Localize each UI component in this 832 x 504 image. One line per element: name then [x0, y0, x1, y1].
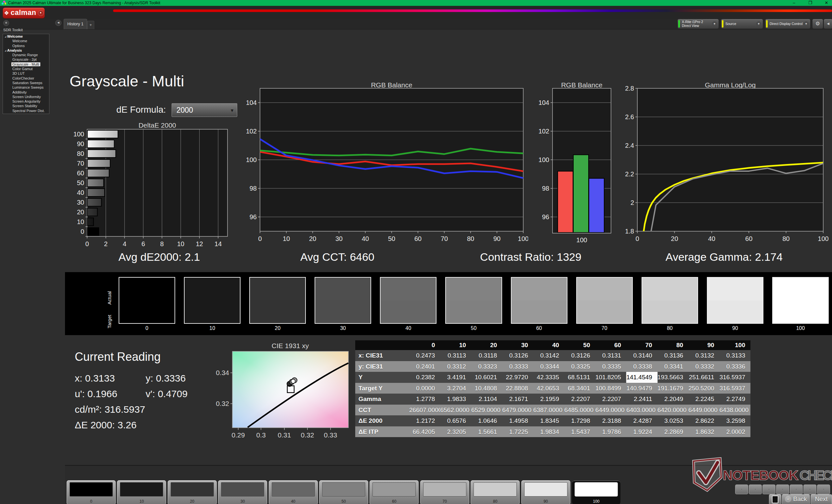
sidebar-item-screen-angularity[interactable]: Screen Angularity: [3, 99, 49, 104]
table-cell[interactable]: 0.3341: [657, 361, 688, 372]
table-cell[interactable]: 0.3332: [688, 361, 719, 372]
table-cell[interactable]: 0.3132: [688, 350, 719, 361]
table-cell[interactable]: 0.3336: [720, 361, 750, 372]
pattern-swatch-button-100[interactable]: 100: [572, 480, 621, 504]
sidebar-item-welcome[interactable]: Welcome: [3, 39, 49, 43]
table-cell[interactable]: 140.9479: [626, 383, 657, 394]
sidebar-item-3d-lut[interactable]: 3D LUT: [3, 71, 49, 76]
table-cell[interactable]: 2.2207: [595, 394, 626, 404]
table-cell[interactable]: 6449.0000: [688, 404, 719, 416]
panel-collapse-button[interactable]: ◀: [824, 19, 832, 29]
back-button[interactable]: « Back: [782, 494, 810, 504]
table-cell[interactable]: 6529.0000: [471, 404, 502, 416]
minimize-button[interactable]: –: [789, 0, 799, 6]
table-cell[interactable]: 1.5437: [564, 426, 595, 438]
display-control-button[interactable]: Direct Display Control ▼: [765, 19, 810, 29]
table-cell[interactable]: 6479.0000: [502, 404, 533, 416]
table-cell[interactable]: 0.3338: [626, 361, 657, 372]
table-cell[interactable]: 1.2172: [409, 415, 440, 426]
table-cell[interactable]: 1.8632: [688, 426, 719, 438]
sidebar-item-grayscale-multi[interactable]: Grayscale - Multi: [3, 62, 49, 66]
table-cell[interactable]: 0.3312: [440, 361, 471, 372]
table-cell[interactable]: 3.2704: [440, 383, 471, 394]
table-cell[interactable]: 1.2778: [409, 394, 440, 404]
pattern-swatch-button-50[interactable]: 50: [319, 480, 368, 504]
settings-gear-button[interactable]: ⚙: [812, 19, 823, 29]
table-cell[interactable]: 0.3344: [533, 361, 564, 372]
table-cell[interactable]: 141.4549: [626, 372, 657, 383]
table-cell[interactable]: 10.4808: [471, 383, 502, 394]
table-cell[interactable]: 0.3126: [564, 350, 595, 361]
close-button[interactable]: ✕: [822, 0, 831, 6]
sidebar-item-saturation-sweeps[interactable]: Saturation Sweeps: [3, 81, 49, 85]
table-cell[interactable]: 193.5663: [657, 372, 688, 383]
table-cell[interactable]: 0.3333: [502, 361, 533, 372]
table-cell[interactable]: 2.0002: [720, 426, 750, 438]
table-cell[interactable]: 1.9834: [533, 426, 564, 438]
table-cell[interactable]: 6387.0000: [533, 404, 564, 416]
sidebar-item-welcome[interactable]: ◢Welcome: [3, 34, 49, 39]
table-cell[interactable]: 26607.0000: [409, 404, 440, 416]
table-cell[interactable]: 0.2473: [409, 350, 440, 361]
table-cell[interactable]: 0.3335: [595, 361, 626, 372]
table-cell[interactable]: 2.3205: [440, 426, 471, 438]
table-cell[interactable]: 1.7298: [564, 415, 595, 426]
table-cell[interactable]: 316.5937: [720, 372, 750, 383]
workspace-dot-button[interactable]: [3, 20, 9, 26]
pattern-swatch-button-90[interactable]: 90: [521, 480, 570, 504]
table-cell[interactable]: 6438.0000: [720, 404, 750, 416]
table-cell[interactable]: 1.0646: [471, 415, 502, 426]
table-cell[interactable]: 2.2207: [564, 394, 595, 404]
de-formula-select[interactable]: 2000 ▼: [172, 103, 237, 117]
pattern-swatch-button-10[interactable]: 10: [117, 480, 166, 504]
pattern-swatch-button-30[interactable]: 30: [218, 480, 267, 504]
sidebar-item-grayscale-2pt[interactable]: Grayscale - 2pt: [3, 57, 49, 62]
table-cell[interactable]: 3.0253: [657, 415, 688, 426]
table-cell[interactable]: 2.2245: [688, 394, 719, 404]
table-cell[interactable]: 6485.0000: [564, 404, 595, 416]
sidebar-item-analysis[interactable]: ◢Analysis: [3, 48, 49, 53]
sidebar-collapse-button[interactable]: ◀: [55, 20, 61, 26]
table-cell[interactable]: 2.2869: [657, 426, 688, 438]
table-cell[interactable]: 1.5661: [471, 426, 502, 438]
table-cell[interactable]: 2.3188: [595, 415, 626, 426]
table-cell[interactable]: 0.3140: [626, 350, 657, 361]
table-cell[interactable]: 42.3335: [533, 372, 564, 383]
table-cell[interactable]: 2.1959: [533, 394, 564, 404]
sidebar-item-colorchecker[interactable]: ColorChecker: [3, 76, 49, 81]
table-cell[interactable]: 0.3131: [595, 350, 626, 361]
table-cell[interactable]: 1.8345: [533, 415, 564, 426]
table-cell[interactable]: 0.0000: [409, 383, 440, 394]
table-cell[interactable]: 0.3323: [471, 361, 502, 372]
table-cell[interactable]: 2.2049: [657, 394, 688, 404]
sidebar-item-additivity[interactable]: Additivity: [3, 90, 49, 94]
table-cell[interactable]: 0.3126: [502, 350, 533, 361]
sidebar-item-color-gamut[interactable]: Color Gamut: [3, 66, 49, 71]
pattern-swatch-button-20[interactable]: 20: [168, 480, 217, 504]
table-cell[interactable]: 100.8499: [595, 383, 626, 394]
table-cell[interactable]: 6403.0000: [626, 404, 657, 416]
table-cell[interactable]: 0.2401: [409, 361, 440, 372]
table-cell[interactable]: 1.7225: [502, 426, 533, 438]
table-cell[interactable]: 316.5937: [720, 383, 750, 394]
table-cell[interactable]: 1.9224: [626, 426, 657, 438]
table-cell[interactable]: 10.6021: [471, 372, 502, 383]
table-cell[interactable]: 0.2382: [409, 372, 440, 383]
pattern-swatch-button-60[interactable]: 60: [369, 480, 419, 504]
table-cell[interactable]: 3.2598: [720, 415, 750, 426]
table-cell[interactable]: 2.2411: [626, 394, 657, 404]
table-cell[interactable]: 0.6576: [440, 415, 471, 426]
table-cell[interactable]: 68.5131: [564, 372, 595, 383]
table-cell[interactable]: 66.4205: [409, 426, 440, 438]
table-cell[interactable]: 22.9720: [502, 372, 533, 383]
table-cell[interactable]: 0.3113: [440, 350, 471, 361]
table-cell[interactable]: 0.3325: [564, 361, 595, 372]
maximize-button[interactable]: ❐: [805, 0, 815, 6]
table-cell[interactable]: 191.1679: [657, 383, 688, 394]
table-cell[interactable]: 101.8205: [595, 372, 626, 383]
table-cell[interactable]: 6420.0000: [657, 404, 688, 416]
table-cell[interactable]: 3.4191: [440, 372, 471, 383]
table-cell[interactable]: 251.6611: [688, 372, 719, 383]
sidebar-item-spectral-power-dist-[interactable]: Spectral Power Dist.: [3, 109, 49, 113]
next-button[interactable]: Next »: [810, 494, 832, 504]
